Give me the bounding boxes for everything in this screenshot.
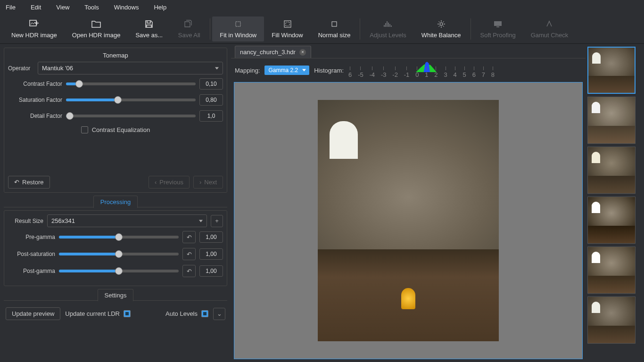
previous-button[interactable]: ‹ Previous [149, 176, 190, 189]
pre-gamma-value[interactable]: 1,00 [199, 231, 223, 243]
post-gamma-reset[interactable]: ↶ [182, 265, 196, 277]
menu-tools[interactable]: Tools [83, 2, 100, 13]
contrast-eq-checkbox[interactable] [81, 126, 88, 133]
thumbnail-6[interactable] [587, 296, 636, 344]
histogram-tick: 8 [491, 66, 495, 78]
auto-levels-checkbox[interactable] [201, 310, 208, 317]
open-hdr-button[interactable]: Open HDR image [65, 16, 128, 41]
saturation-factor-slider[interactable] [66, 99, 196, 101]
normal-size-icon [330, 19, 339, 29]
update-preview-button[interactable]: Update preview [6, 307, 60, 320]
fit-window-button[interactable]: Fit in Window [212, 16, 264, 41]
main-area: Tonemap Operator Mantiuk '06 Contrast Fa… [0, 44, 644, 362]
thumbnail-1[interactable] [587, 47, 636, 94]
left-panel: Tonemap Operator Mantiuk '06 Contrast Fa… [0, 44, 231, 362]
menu-edit[interactable]: Edit [29, 2, 43, 13]
monitor-icon [493, 19, 503, 29]
chevron-down-icon: ⌄ [217, 310, 222, 317]
svg-rect-4 [332, 22, 337, 26]
thumbnail-5[interactable] [587, 247, 636, 294]
pre-gamma-reset[interactable]: ↶ [182, 231, 196, 243]
histogram-ticks: 6-5-4-3-2-1012345678 [348, 66, 495, 78]
detail-factor-slider[interactable] [66, 115, 196, 117]
histogram[interactable]: 6-5-4-3-2-1012345678 [348, 62, 495, 78]
pre-gamma-slider[interactable] [59, 236, 179, 239]
svg-rect-6 [494, 21, 502, 26]
post-gamma-label: Post-gamma [8, 268, 55, 274]
save-all-label: Save All [178, 32, 200, 39]
post-saturation-slider[interactable] [59, 253, 179, 255]
contrast-factor-value[interactable]: 0,10 [199, 78, 223, 90]
tab-processing[interactable]: Processing [93, 196, 138, 208]
contrast-eq-label: Contrast Equalization [92, 126, 150, 133]
save-all-button[interactable]: Save All [170, 16, 208, 41]
levels-icon [383, 19, 393, 29]
restore-button[interactable]: ↶ Restore [8, 176, 50, 189]
settings-tabset: Settings [4, 289, 227, 301]
undo-icon: ↶ [187, 234, 192, 241]
add-size-button[interactable]: + [211, 215, 223, 227]
svg-rect-3 [286, 22, 289, 26]
mapping-select[interactable]: Gamma 2.2 [264, 66, 309, 75]
white-balance-button[interactable]: White Balance [414, 16, 469, 41]
toolbar-separator [471, 18, 471, 40]
post-saturation-value[interactable]: 1,00 [199, 248, 223, 260]
previous-label: Previous [159, 179, 183, 186]
toolbar-separator [360, 18, 360, 40]
histogram-label: Histogram: [314, 67, 344, 74]
post-saturation-label: Post-saturation [8, 251, 55, 257]
tab-settings[interactable]: Settings [98, 289, 134, 301]
main-toolbar: New HDR image Open HDR image Save as... … [0, 15, 644, 44]
save-as-button[interactable]: Save as... [128, 16, 170, 41]
new-hdr-label: New HDR image [11, 32, 57, 39]
menu-view[interactable]: View [54, 2, 71, 13]
soft-proofing-button[interactable]: Soft Proofing [473, 16, 523, 41]
contrast-factor-slider[interactable] [66, 82, 196, 85]
canvas-area[interactable] [234, 82, 583, 359]
histogram-tick: 5 [463, 66, 466, 78]
operator-select[interactable]: Mantiuk '06 [38, 62, 223, 74]
undo-icon: ↶ [187, 268, 192, 275]
fit-window-icon [234, 19, 242, 29]
post-saturation-reset[interactable]: ↶ [182, 248, 196, 260]
thumbnail-2[interactable] [587, 97, 636, 144]
gamut-check-label: Gamut Check [531, 32, 568, 39]
sun-icon [437, 19, 446, 29]
white-balance-label: White Balance [421, 32, 461, 39]
auto-levels-menu[interactable]: ⌄ [213, 308, 225, 320]
histogram-tick: -5 [358, 66, 363, 78]
new-hdr-button[interactable]: New HDR image [4, 16, 65, 41]
processing-tabset: Processing [4, 196, 227, 207]
fill-window-button[interactable]: Fill Window [264, 16, 310, 41]
histogram-tick: 0 [415, 66, 419, 78]
fill-window-icon [283, 19, 292, 29]
gamut-check-button[interactable]: Gamut Check [523, 16, 576, 41]
svg-rect-2 [284, 21, 291, 27]
svg-rect-1 [236, 22, 240, 26]
document-tab[interactable]: nancy_church_3.hdr × [235, 46, 311, 58]
menu-file[interactable]: File [4, 2, 17, 13]
thumbnail-3[interactable] [587, 147, 636, 194]
image-plus-icon [29, 19, 39, 29]
toolbar-separator [210, 18, 210, 40]
post-gamma-value[interactable]: 1,00 [199, 265, 223, 277]
plus-icon: + [215, 217, 219, 224]
result-size-select[interactable]: 256x341 [47, 214, 207, 227]
processing-panel: Result Size 256x341 + Pre-gamma ↶ 1,00 P… [4, 210, 227, 286]
histogram-tick: 3 [444, 66, 447, 78]
thumbnail-4[interactable] [587, 197, 636, 244]
next-button[interactable]: › Next [193, 176, 223, 189]
detail-factor-value[interactable]: 1,0 [199, 110, 223, 122]
saturation-factor-value[interactable]: 0,80 [199, 94, 223, 106]
document-filename: nancy_church_3.hdr [240, 49, 296, 56]
document-tabbar: nancy_church_3.hdr × [231, 44, 586, 58]
update-ldr-checkbox[interactable] [124, 310, 131, 317]
menu-help[interactable]: Help [152, 2, 168, 13]
chevron-left-icon: ‹ [155, 179, 157, 186]
close-tab-icon[interactable]: × [299, 49, 306, 56]
adjust-levels-button[interactable]: Adjust Levels [362, 16, 413, 41]
post-gamma-slider[interactable] [59, 270, 179, 272]
menu-windows[interactable]: Windows [112, 2, 141, 13]
normal-size-button[interactable]: Normal size [311, 16, 358, 41]
update-ldr-label: Update current LDR [65, 310, 120, 317]
